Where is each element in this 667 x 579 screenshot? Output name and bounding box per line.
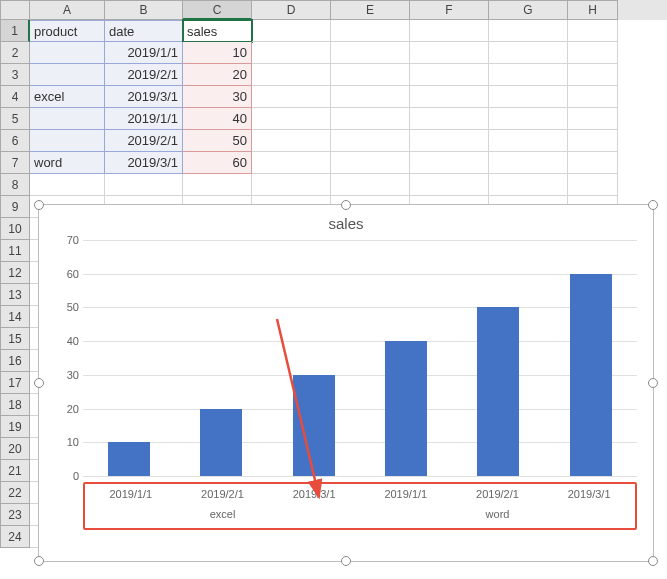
column-header-B[interactable]: B [105,0,183,20]
row-header-11[interactable]: 11 [0,240,30,262]
cell-F3[interactable] [410,64,489,86]
resize-handle[interactable] [648,200,658,210]
cell-B6[interactable]: 2019/2/1 [105,130,183,152]
cell-G4[interactable] [489,86,568,108]
cell-F8[interactable] [410,174,489,196]
row-header-4[interactable]: 4 [0,86,30,108]
cell-C3[interactable]: 20 [183,64,252,86]
row-header-15[interactable]: 15 [0,328,30,350]
chart-bar[interactable] [108,442,150,476]
resize-handle[interactable] [34,200,44,210]
column-header-A[interactable]: A [30,0,105,20]
cell-C7[interactable]: 60 [183,152,252,174]
row-header-2[interactable]: 2 [0,42,30,64]
cell-B7[interactable]: 2019/3/1 [105,152,183,174]
row-header-18[interactable]: 18 [0,394,30,416]
cell-D7[interactable] [252,152,331,174]
cell-H8[interactable] [568,174,618,196]
cell-E1[interactable] [331,20,410,42]
cell-C1[interactable]: sales [183,20,252,42]
resize-handle[interactable] [341,200,351,210]
cell-A6[interactable] [30,130,105,152]
chart-bar[interactable] [200,409,242,476]
row-header-8[interactable]: 8 [0,174,30,196]
plot-area[interactable]: 010203040506070 [83,240,637,476]
cell-E5[interactable] [331,108,410,130]
row-header-3[interactable]: 3 [0,64,30,86]
column-header-G[interactable]: G [489,0,568,20]
cell-C8[interactable] [183,174,252,196]
row-header-23[interactable]: 23 [0,504,30,526]
row-header-16[interactable]: 16 [0,350,30,372]
row-header-13[interactable]: 13 [0,284,30,306]
row-header-6[interactable]: 6 [0,130,30,152]
row-header-12[interactable]: 12 [0,262,30,284]
cell-H5[interactable] [568,108,618,130]
cell-C6[interactable]: 50 [183,130,252,152]
cell-D4[interactable] [252,86,331,108]
row-header-14[interactable]: 14 [0,306,30,328]
resize-handle[interactable] [34,556,44,566]
cell-F4[interactable] [410,86,489,108]
column-header-F[interactable]: F [410,0,489,20]
cell-H7[interactable] [568,152,618,174]
cell-A4[interactable]: excel [30,86,105,108]
cell-A2[interactable] [30,42,105,64]
cell-H6[interactable] [568,130,618,152]
row-header-19[interactable]: 19 [0,416,30,438]
resize-handle[interactable] [648,556,658,566]
cell-G5[interactable] [489,108,568,130]
cell-E7[interactable] [331,152,410,174]
cell-D5[interactable] [252,108,331,130]
cell-A3[interactable] [30,64,105,86]
cell-G7[interactable] [489,152,568,174]
cell-H1[interactable] [568,20,618,42]
cell-F6[interactable] [410,130,489,152]
embedded-chart[interactable]: sales 010203040506070 2019/1/12019/2/120… [38,204,654,562]
cell-F5[interactable] [410,108,489,130]
row-header-9[interactable]: 9 [0,196,30,218]
cell-F1[interactable] [410,20,489,42]
chart-bar[interactable] [570,274,612,476]
resize-handle[interactable] [34,378,44,388]
cell-G6[interactable] [489,130,568,152]
cell-E3[interactable] [331,64,410,86]
column-header-C[interactable]: C [183,0,252,20]
cell-F7[interactable] [410,152,489,174]
cell-E2[interactable] [331,42,410,64]
row-header-7[interactable]: 7 [0,152,30,174]
cell-D6[interactable] [252,130,331,152]
row-header-1[interactable]: 1 [0,20,30,42]
cell-D3[interactable] [252,64,331,86]
cell-E4[interactable] [331,86,410,108]
column-header-H[interactable]: H [568,0,618,20]
cell-D8[interactable] [252,174,331,196]
row-header-10[interactable]: 10 [0,218,30,240]
row-header-24[interactable]: 24 [0,526,30,548]
cell-C2[interactable]: 10 [183,42,252,64]
row-header-5[interactable]: 5 [0,108,30,130]
row-header-21[interactable]: 21 [0,460,30,482]
cell-A8[interactable] [30,174,105,196]
cell-G3[interactable] [489,64,568,86]
cell-G2[interactable] [489,42,568,64]
cell-A5[interactable] [30,108,105,130]
cell-F2[interactable] [410,42,489,64]
chart-bar[interactable] [385,341,427,476]
cell-A7[interactable]: word [30,152,105,174]
cell-E6[interactable] [331,130,410,152]
cell-D2[interactable] [252,42,331,64]
cell-G8[interactable] [489,174,568,196]
column-header-E[interactable]: E [331,0,410,20]
cell-D1[interactable] [252,20,331,42]
cell-C5[interactable]: 40 [183,108,252,130]
cell-B3[interactable]: 2019/2/1 [105,64,183,86]
cell-B2[interactable]: 2019/1/1 [105,42,183,64]
cell-B4[interactable]: 2019/3/1 [105,86,183,108]
cell-H4[interactable] [568,86,618,108]
cell-C4[interactable]: 30 [183,86,252,108]
cell-B8[interactable] [105,174,183,196]
chart-bar[interactable] [477,307,519,476]
resize-handle[interactable] [648,378,658,388]
cell-G1[interactable] [489,20,568,42]
